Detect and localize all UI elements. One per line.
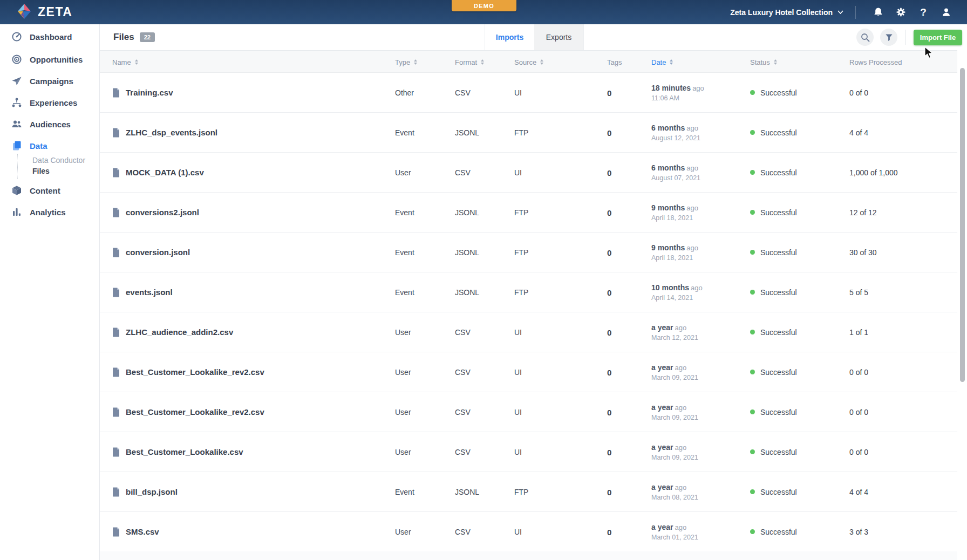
column-header-source[interactable]: Source [514, 51, 544, 73]
zeta-logo[interactable]: ZETA [16, 0, 72, 24]
column-header-type[interactable]: Type [395, 51, 418, 73]
sidebar-item-files[interactable]: Files [0, 166, 100, 176]
table-row[interactable]: Training.csv Other CSV UI 0 18 minutesag… [100, 73, 957, 113]
page-title: Files [113, 32, 134, 43]
notifications-button[interactable] [867, 0, 889, 24]
file-name-cell[interactable]: ZLHC_audience_addin2.csv [112, 327, 233, 337]
sidebar-item-label: Content [30, 186, 60, 195]
status-dot-icon [750, 370, 755, 374]
table-row[interactable]: conversions2.jsonl Event JSONL FTP 0 9 m… [100, 193, 957, 233]
file-name-cell[interactable]: Best_Customer_Lookalike_rev2.csv [112, 407, 264, 417]
page-header: Files 22 Imports Exports Import File [100, 24, 967, 50]
sidebar: Dashboard Opportunities Campaigns Experi… [0, 24, 100, 560]
column-header-format[interactable]: Format [455, 51, 485, 73]
table-row[interactable]: bill_dsp.jsonl Event JSONL FTP 0 a yeara… [100, 472, 957, 512]
format-cell: CSV [455, 168, 471, 177]
sidebar-item-experiences[interactable]: Experiences [0, 95, 100, 110]
table-row[interactable]: ZLHC_dsp_events.jsonl Event JSONL FTP 0 … [100, 113, 957, 153]
sidebar-item-content[interactable]: Content [0, 183, 100, 197]
file-name-cell[interactable]: Training.csv [112, 88, 173, 98]
tags-cell: 0 [607, 367, 611, 377]
table-row[interactable]: SMS.csv User CSV UI 0 a yearago March 01… [100, 512, 957, 552]
tab-imports[interactable]: Imports [485, 24, 534, 50]
tab-exports[interactable]: Exports [534, 24, 584, 50]
column-header-date[interactable]: Date [651, 51, 673, 73]
status-cell: Successful [750, 488, 797, 496]
format-cell: CSV [455, 408, 471, 416]
file-name-cell[interactable]: Best_Customer_Lookalike_rev2.csv [112, 367, 264, 377]
type-cell: User [395, 328, 411, 337]
table-row[interactable]: events.jsonl Event JSONL FTP 0 10 months… [100, 272, 957, 312]
document-icon [112, 288, 120, 297]
sidebar-item-label: Audiences [30, 120, 71, 129]
sidebar-item-data-conductor[interactable]: Data Conductor [0, 155, 100, 166]
chevron-down-icon [837, 10, 843, 14]
filter-funnel-icon [885, 33, 893, 42]
sidebar-item-data[interactable]: Data [0, 139, 100, 153]
document-icon [112, 327, 120, 337]
file-name-cell[interactable]: events.jsonl [112, 288, 173, 297]
sidebar-item-dashboard[interactable]: Dashboard [0, 30, 100, 44]
status-cell: Successful [750, 368, 797, 377]
status-cell: Successful [750, 528, 797, 536]
sidebar-item-campaigns[interactable]: Campaigns [0, 74, 100, 88]
sidebar-subitem-label: Files [32, 167, 50, 175]
file-name-cell[interactable]: SMS.csv [112, 527, 159, 537]
file-name-cell[interactable]: MOCK_DATA (1).csv [112, 168, 204, 177]
status-cell: Successful [750, 248, 797, 257]
filter-button[interactable] [880, 29, 897, 46]
format-cell: CSV [455, 368, 471, 377]
rows-processed-cell: 12 of 12 [849, 208, 877, 217]
table-header: Name Type Format Source Tags Date Status… [100, 50, 957, 73]
file-name-cell[interactable]: conversion.jsonl [112, 248, 190, 257]
source-cell: UI [514, 368, 522, 377]
search-button[interactable] [856, 29, 874, 46]
status-dot-icon [750, 529, 755, 534]
document-icon [112, 208, 120, 217]
source-cell: UI [514, 168, 522, 177]
sidebar-item-label: Dashboard [30, 32, 72, 42]
account-switcher[interactable]: Zeta Luxury Hotel Collection [730, 8, 843, 17]
column-header-name[interactable]: Name [112, 51, 139, 73]
table-row[interactable]: Best_Customer_Lookalike.csv User CSV UI … [100, 432, 957, 472]
zeta-logo-icon [16, 3, 32, 22]
main-content: Files 22 Imports Exports Import File Nam [100, 24, 967, 560]
type-cell: User [395, 368, 411, 377]
sidebar-item-opportunities[interactable]: Opportunities [0, 52, 100, 66]
rows-processed-cell: 1 of 1 [849, 328, 868, 337]
topbar-divider [855, 6, 856, 19]
help-button[interactable]: ? [912, 0, 935, 24]
file-name-cell[interactable]: bill_dsp.jsonl [112, 487, 178, 497]
table-row[interactable]: Best_Customer_Lookalike_rev2.csv User CS… [100, 352, 957, 392]
table-row[interactable]: Best_Customer_Lookalike_rev2.csv User CS… [100, 392, 957, 432]
type-cell: Event [395, 128, 414, 137]
file-name-cell[interactable]: conversions2.jsonl [112, 208, 199, 217]
tags-cell: 0 [607, 447, 611, 456]
files-count-badge: 22 [140, 32, 155, 42]
vertical-scrollbar-thumb[interactable] [960, 68, 965, 382]
sidebar-item-audiences[interactable]: Audiences [0, 117, 100, 131]
status-label: Successful [760, 408, 797, 416]
sidebar-item-analytics[interactable]: Analytics [0, 205, 100, 219]
column-header-status[interactable]: Status [750, 51, 778, 73]
file-name-cell[interactable]: Best_Customer_Lookalike.csv [112, 447, 243, 457]
document-icon [112, 128, 120, 138]
sidebar-item-label: Campaigns [30, 77, 73, 86]
status-dot-icon [750, 250, 755, 255]
sort-icon [773, 59, 778, 65]
table-row[interactable]: conversion.jsonl Event JSONL FTP 0 9 mon… [100, 233, 957, 272]
sidebar-item-label: Analytics [30, 208, 66, 217]
profile-button[interactable] [935, 0, 957, 24]
date-cell: a yearago March 01, 2021 [651, 523, 698, 541]
date-cell: a yearago March 09, 2021 [651, 443, 698, 461]
status-label: Successful [760, 448, 797, 456]
table-row[interactable]: MOCK_DATA (1).csv User CSV UI 0 6 months… [100, 153, 957, 193]
import-file-button[interactable]: Import File [914, 30, 962, 45]
date-cell: 6 monthsago August 12, 2021 [651, 124, 700, 142]
table-row[interactable]: ZLHC_audience_addin2.csv User CSV UI 0 a… [100, 312, 957, 352]
source-cell: FTP [514, 208, 528, 217]
paper-plane-icon [11, 76, 22, 86]
file-name-cell[interactable]: ZLHC_dsp_events.jsonl [112, 128, 217, 138]
sidebar-item-label: Experiences [30, 98, 77, 107]
settings-button[interactable] [889, 0, 912, 24]
